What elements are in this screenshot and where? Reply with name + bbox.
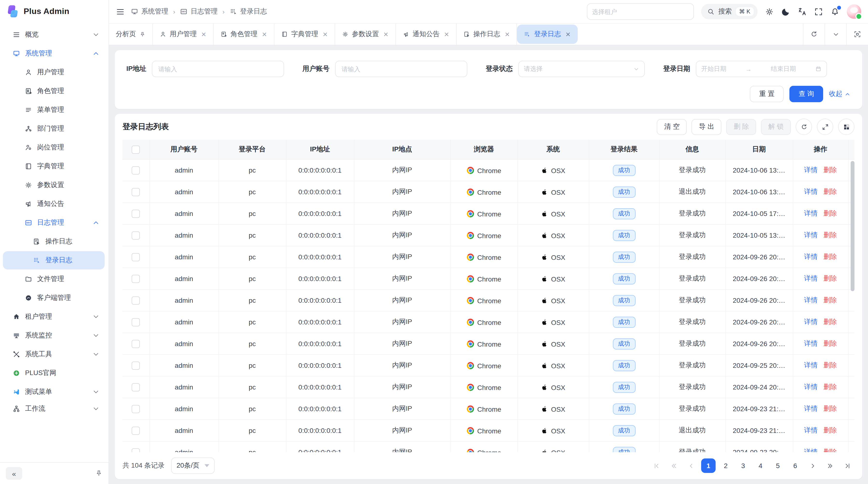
table-scrollbar-thumb[interactable] xyxy=(850,161,855,291)
detail-link[interactable]: 详情 xyxy=(804,209,817,217)
tab-param-settings[interactable]: 参数设置 ✕ xyxy=(335,24,396,45)
sidebar-item-overview[interactable]: 概览 xyxy=(3,26,105,44)
settings-gear-icon[interactable] xyxy=(765,7,774,16)
delete-link[interactable]: 删除 xyxy=(824,253,837,260)
tab-analysis[interactable]: 分析页 xyxy=(109,24,153,45)
row-checkbox[interactable] xyxy=(132,166,140,174)
refresh-icon[interactable] xyxy=(803,24,825,45)
breadcrumb-login-log[interactable]: 登录日志 xyxy=(229,7,267,16)
first-page-button[interactable] xyxy=(649,458,663,473)
sidebar-item-system-mgmt[interactable]: 系统管理 xyxy=(3,44,105,63)
next-page-button[interactable] xyxy=(805,458,820,473)
page-number-button[interactable]: 6 xyxy=(788,458,802,473)
delete-link[interactable]: 删除 xyxy=(824,188,837,195)
row-checkbox[interactable] xyxy=(132,253,140,261)
sidebar-item-workflow[interactable]: 工作流 xyxy=(3,401,105,416)
row-checkbox[interactable] xyxy=(132,188,140,196)
row-checkbox[interactable] xyxy=(132,448,140,452)
delete-link[interactable]: 删除 xyxy=(824,296,837,304)
close-icon[interactable]: ✕ xyxy=(201,31,207,38)
row-checkbox[interactable] xyxy=(132,340,140,348)
sidebar-item-tenant-mgmt[interactable]: 租户管理 xyxy=(3,308,105,326)
back-five-pages-button[interactable] xyxy=(666,458,681,473)
dark-mode-moon-icon[interactable] xyxy=(781,7,790,16)
detail-link[interactable]: 详情 xyxy=(804,383,817,390)
detail-link[interactable]: 详情 xyxy=(804,318,817,325)
page-size-select[interactable]: 20条/页 xyxy=(171,457,214,474)
row-checkbox[interactable] xyxy=(132,296,140,305)
page-number-button[interactable]: 4 xyxy=(753,458,768,473)
sidebar-item-op-log[interactable]: 操作日志 xyxy=(3,232,105,251)
forward-five-pages-button[interactable] xyxy=(823,458,837,473)
date-range-picker[interactable]: 开始日期 → 结束日期 xyxy=(696,61,827,77)
select-all-checkbox[interactable] xyxy=(132,146,140,154)
tenant-select-input[interactable] xyxy=(587,3,694,20)
sidebar-item-user-mgmt[interactable]: 用户管理 xyxy=(3,63,105,82)
translate-icon[interactable] xyxy=(798,7,807,16)
sidebar-item-role-mgmt[interactable]: 角色管理 xyxy=(3,82,105,100)
sidebar-item-post-mgmt[interactable]: 岗位管理 xyxy=(3,138,105,157)
refresh-icon[interactable] xyxy=(796,119,812,135)
last-page-button[interactable] xyxy=(840,458,855,473)
scan-fullscreen-icon[interactable] xyxy=(846,24,868,45)
collapse-filters-link[interactable]: 收起 xyxy=(829,90,850,98)
chevron-down-icon[interactable] xyxy=(825,24,846,45)
detail-link[interactable]: 详情 xyxy=(804,296,817,304)
row-checkbox[interactable] xyxy=(132,383,140,391)
delete-link[interactable]: 删除 xyxy=(824,166,837,173)
detail-link[interactable]: 详情 xyxy=(804,361,817,369)
sidebar-collapse-button[interactable]: « xyxy=(6,467,22,480)
row-checkbox[interactable] xyxy=(132,318,140,326)
detail-link[interactable]: 详情 xyxy=(804,253,817,260)
delete-link[interactable]: 删除 xyxy=(824,274,837,282)
sidebar-item-param-settings[interactable]: 参数设置 xyxy=(3,176,105,194)
sidebar-item-login-log[interactable]: 登录日志 xyxy=(3,251,105,269)
sidebar-item-test-menu[interactable]: 测试菜单 xyxy=(3,383,105,401)
page-number-button[interactable]: 3 xyxy=(736,458,750,473)
delete-link[interactable]: 删除 xyxy=(824,231,837,238)
detail-link[interactable]: 详情 xyxy=(804,426,817,434)
prev-page-button[interactable] xyxy=(684,458,698,473)
tab-dict-mgmt[interactable]: 字典管理 ✕ xyxy=(274,24,335,45)
delete-link[interactable]: 删除 xyxy=(824,340,837,347)
detail-link[interactable]: 详情 xyxy=(804,340,817,347)
delete-link[interactable]: 删除 xyxy=(824,383,837,390)
row-checkbox[interactable] xyxy=(132,275,140,283)
ip-filter-input[interactable] xyxy=(157,65,279,73)
sidebar-item-plus-site[interactable]: PLUS官网 xyxy=(3,364,105,382)
sidebar-item-menu-mgmt[interactable]: 菜单管理 xyxy=(3,101,105,119)
query-button[interactable]: 查 询 xyxy=(789,86,823,102)
sidebar-item-notice[interactable]: 通知公告 xyxy=(3,195,105,213)
delete-link[interactable]: 删除 xyxy=(824,405,837,412)
global-search-button[interactable]: 搜索 ⌘ K xyxy=(701,4,757,19)
sidebar-pin-icon[interactable] xyxy=(95,470,103,477)
delete-link[interactable]: 删除 xyxy=(824,426,837,434)
row-checkbox[interactable] xyxy=(132,231,140,239)
row-checkbox[interactable] xyxy=(132,405,140,413)
page-number-button[interactable]: 1 xyxy=(701,458,716,473)
tab-notice[interactable]: 通知公告 ✕ xyxy=(396,24,457,45)
detail-link[interactable]: 详情 xyxy=(804,188,817,195)
close-icon[interactable]: ✕ xyxy=(444,31,449,38)
hamburger-icon[interactable] xyxy=(116,7,125,16)
tab-op-log[interactable]: 操作日志 ✕ xyxy=(457,24,517,45)
account-filter-input[interactable] xyxy=(340,65,462,73)
close-icon[interactable]: ✕ xyxy=(262,31,267,38)
sidebar-item-dept-mgmt[interactable]: 部门管理 xyxy=(3,120,105,138)
fullscreen-icon[interactable] xyxy=(814,7,823,16)
column-settings-icon[interactable] xyxy=(838,119,855,135)
page-number-button[interactable]: 5 xyxy=(771,458,785,473)
pin-icon[interactable] xyxy=(140,31,146,37)
page-number-button[interactable]: 2 xyxy=(718,458,733,473)
close-icon[interactable]: ✕ xyxy=(322,31,328,38)
detail-link[interactable]: 详情 xyxy=(804,166,817,173)
breadcrumb-log-mgmt[interactable]: DEV 日志管理 xyxy=(180,7,218,16)
breadcrumb-system-mgmt[interactable]: 系统管理 xyxy=(131,7,168,16)
sidebar-item-log-mgmt[interactable]: DEV 日志管理 xyxy=(3,214,105,232)
delete-link[interactable]: 删除 xyxy=(824,318,837,325)
notification-bell-icon[interactable] xyxy=(830,7,840,16)
tab-user-mgmt[interactable]: 用户管理 ✕ xyxy=(153,24,214,45)
row-checkbox[interactable] xyxy=(132,427,140,435)
close-icon[interactable]: ✕ xyxy=(505,31,510,38)
detail-link[interactable]: 详情 xyxy=(804,405,817,412)
